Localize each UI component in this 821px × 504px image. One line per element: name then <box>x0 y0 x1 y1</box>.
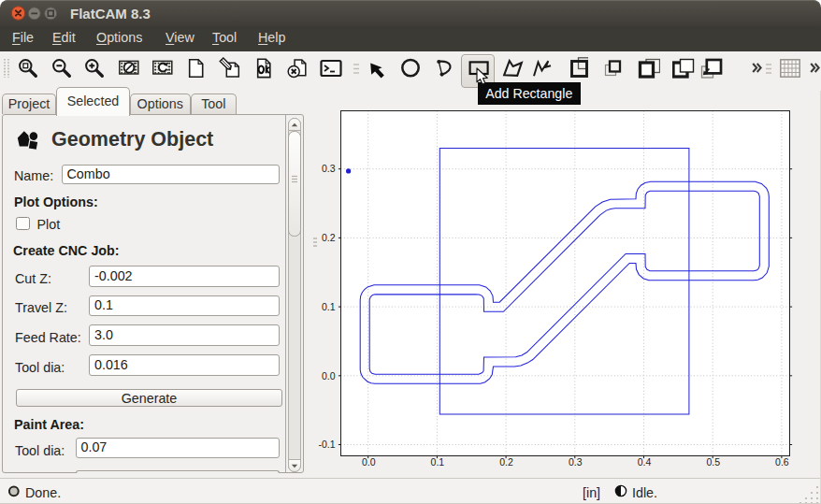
svg-text:-0.1: -0.1 <box>318 439 335 450</box>
svg-text:0.6: 0.6 <box>775 456 789 468</box>
svg-text:0.4: 0.4 <box>638 456 652 468</box>
svg-text:0.1: 0.1 <box>431 456 445 468</box>
svg-text:0.2: 0.2 <box>499 456 513 468</box>
svg-text:0.0: 0.0 <box>362 456 376 468</box>
svg-text:0.3: 0.3 <box>569 456 583 468</box>
svg-text:0.0: 0.0 <box>322 370 336 382</box>
svg-text:0.5: 0.5 <box>706 456 720 468</box>
svg-text:0.2: 0.2 <box>322 232 336 243</box>
svg-text:0.1: 0.1 <box>322 301 336 312</box>
svg-text:0.3: 0.3 <box>322 163 336 174</box>
